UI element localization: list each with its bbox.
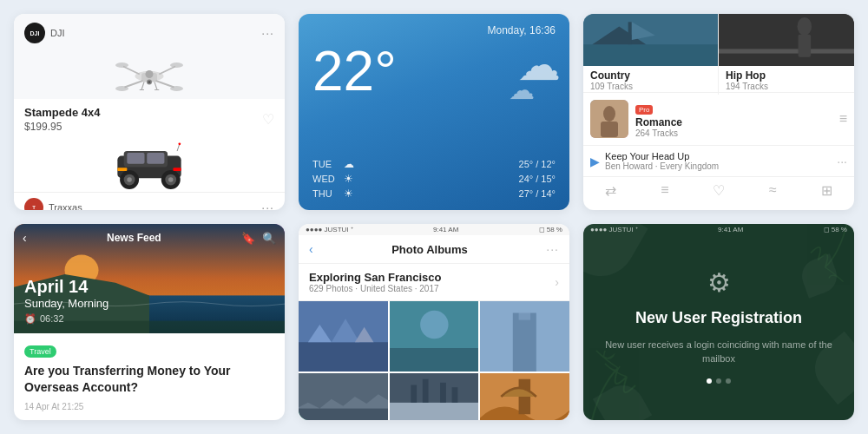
forecast-day-3: THU <box>312 188 337 199</box>
svg-rect-65 <box>422 379 428 403</box>
now-playing-bar: ▶ Keep Your Head Up Ben Howard · Every K… <box>583 145 854 176</box>
search-icon[interactable]: 🔍 <box>262 232 276 245</box>
forecast-temps-3: 27° / 14° <box>519 188 556 199</box>
romance-name: Romance <box>635 116 832 128</box>
news-time: ⏰ 06:32 <box>24 313 108 325</box>
card-music: ▶ Country 109 Tracks ▶ <box>583 14 854 210</box>
news-header-bar: ‹ News Feed 🔖 🔍 <box>14 231 285 245</box>
svg-line-3 <box>123 67 140 75</box>
photos-status-time: 9:41 AM <box>433 226 458 233</box>
svg-rect-34 <box>628 22 632 44</box>
country-name: Country <box>590 69 711 82</box>
svg-rect-66 <box>440 383 446 403</box>
hiphop-play-button[interactable]: ▶ <box>589 187 606 205</box>
svg-point-10 <box>170 86 183 91</box>
drone-image <box>14 47 285 99</box>
romance-menu-icon[interactable]: ≡ <box>839 111 847 127</box>
sf-photo-6-svg <box>480 373 569 420</box>
shop-menu-dots2[interactable]: ··· <box>261 201 274 210</box>
wishlist-heart-icon[interactable]: ♡ <box>262 111 274 128</box>
bookmark-icon[interactable]: 🔖 <box>241 232 255 245</box>
queue-icon[interactable]: ≡ <box>661 182 668 199</box>
card-news: ‹ News Feed 🔖 🔍 April 14 Sunday, Morning… <box>14 224 285 420</box>
news-tag[interactable]: Travel <box>24 345 56 358</box>
romance-thumbnail <box>590 100 628 138</box>
photo-cell-4[interactable] <box>299 373 388 420</box>
forecast-temps-1: 25° / 12° <box>519 159 556 169</box>
cast-icon[interactable]: ⊞ <box>821 182 832 199</box>
photos-back-icon[interactable]: ‹ <box>309 242 313 256</box>
news-body: Travel Are you Transferring Money to You… <box>14 333 285 420</box>
photos-title: Photo Albums <box>391 243 468 256</box>
svg-point-23 <box>127 177 132 182</box>
weather-temperature: 22° <box>312 43 397 99</box>
svg-rect-37 <box>719 49 854 53</box>
news-back-icon[interactable]: ‹ <box>23 231 27 245</box>
music-category-hiphop[interactable]: ▶ Hip Hop 194 Tracks <box>719 14 854 95</box>
svg-point-38 <box>797 17 812 36</box>
sf-photo-1-svg <box>299 301 388 372</box>
svg-rect-20 <box>147 153 164 164</box>
country-tracks: 109 Tracks <box>590 82 711 91</box>
forecast-day-2: WED <box>312 174 337 184</box>
hiphop-cover-image: ▶ <box>719 14 854 66</box>
news-date: April 14 Sunday, Morning <box>24 277 108 310</box>
photo-cell-3[interactable] <box>480 301 569 372</box>
news-date-block: April 14 Sunday, Morning ⏰ 06:32 <box>24 277 108 325</box>
product-info: Stampede 4x4 $199.95 ♡ <box>14 99 285 140</box>
photo-cell-1[interactable] <box>299 301 388 372</box>
romance-pro-badge: Pro <box>635 105 653 115</box>
now-playing-info: Keep Your Head Up Ben Howard · Every Kin… <box>605 151 832 171</box>
card-registration: ●●●● JUSTUI ᐩ 9:41 AM ◻ 58 % ⚙ New User … <box>583 224 854 420</box>
country-info: Country 109 Tracks <box>583 66 718 95</box>
album-name: Exploring San Francisco <box>309 271 441 284</box>
news-headline[interactable]: Are you Transferring Money to Your Overs… <box>24 363 274 397</box>
brand1-name: DJI <box>50 28 261 38</box>
news-date-sub: Sunday, Morning <box>24 297 108 310</box>
equalizer-icon[interactable]: ≈ <box>769 182 777 199</box>
music-romance-section[interactable]: Pro Romance 264 Tracks ≡ <box>583 92 854 145</box>
album-chevron-icon: › <box>555 275 559 289</box>
favorites-icon[interactable]: ♡ <box>713 182 725 199</box>
svg-point-12 <box>148 81 151 83</box>
svg-rect-63 <box>390 373 479 403</box>
svg-rect-49 <box>299 342 388 372</box>
svg-point-30 <box>178 142 181 145</box>
shop-menu-dots[interactable]: ··· <box>261 26 274 40</box>
play-icon[interactable]: ▶ <box>590 155 600 168</box>
svg-line-13 <box>141 82 144 90</box>
photo-cell-5[interactable] <box>390 373 479 420</box>
svg-line-14 <box>155 82 157 90</box>
sf-photo-5-svg <box>390 373 479 420</box>
card-photo-albums: ●●●● JUSTUI ᐩ 9:41 AM ◻ 58 % ‹ Photo Alb… <box>299 224 569 420</box>
svg-rect-19 <box>127 153 144 164</box>
card-shopping: DJI DJI ··· <box>14 14 285 210</box>
svg-point-8 <box>170 62 183 68</box>
country-art-svg <box>583 14 718 66</box>
register-status-battery: ◻ 58 % <box>824 226 847 233</box>
forecast-row-tue: TUE ☁ 25° / 12° <box>312 158 556 170</box>
music-category-country[interactable]: ▶ Country 109 Tracks <box>583 14 719 95</box>
album-row[interactable]: Exploring San Francisco 629 Photos · Uni… <box>299 264 569 301</box>
fern-svg-left <box>583 316 687 420</box>
pagination-dot-1[interactable] <box>707 378 712 384</box>
register-status-carrier: ●●●● JUSTUI ᐩ <box>590 226 638 233</box>
pagination-dot-3[interactable] <box>726 378 731 384</box>
photo-grid <box>299 301 569 420</box>
photo-cell-2[interactable] <box>390 301 479 372</box>
photo-cell-6[interactable] <box>480 373 569 420</box>
pagination-dot-2[interactable] <box>716 378 721 384</box>
news-header-actions: 🔖 🔍 <box>241 232 276 245</box>
photos-header: ‹ Photo Albums ··· <box>299 235 569 264</box>
sf-photo-3-svg <box>480 301 569 372</box>
music-controls-bar: ⇄ ≡ ♡ ≈ ⊞ <box>583 176 854 204</box>
brand2-name: Traxxas <box>49 202 261 210</box>
photos-more-icon[interactable]: ··· <box>546 242 559 256</box>
hiphop-art-svg <box>719 14 854 66</box>
forecast-day-1: TUE <box>312 159 337 169</box>
now-playing-menu-icon[interactable]: ··· <box>837 155 847 168</box>
shuffle-icon[interactable]: ⇄ <box>605 182 616 199</box>
svg-rect-36 <box>719 14 854 66</box>
cloud-small-icon: ☁ <box>509 75 535 105</box>
weather-forecast: TUE ☁ 25° / 12° WED ☀ 24° / 15° THU ☀ 27… <box>312 158 556 200</box>
